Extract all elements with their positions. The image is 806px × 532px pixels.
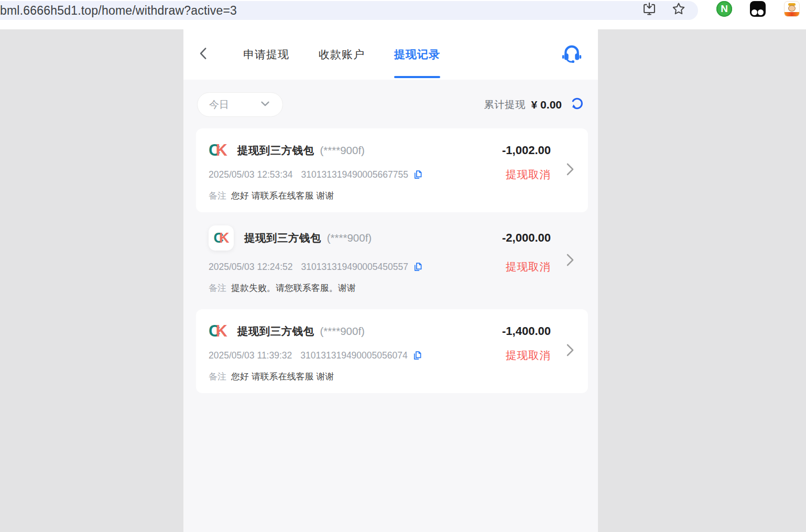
record-datetime: 2025/05/03 11:39:32 bbox=[209, 350, 292, 361]
note-label: 备注 bbox=[209, 282, 226, 294]
bookmark-button[interactable] bbox=[670, 1, 688, 19]
total-withdraw-amount: ¥ 0.00 bbox=[531, 99, 562, 111]
ck-wallet-logo: C K bbox=[209, 323, 227, 339]
date-filter-value: 今日 bbox=[209, 98, 229, 112]
withdraw-record-card[interactable]: C K 提现到三方钱包 (****900f) -2,000.00 2025/05… bbox=[196, 221, 588, 300]
total-withdraw-label: 累计提现 bbox=[484, 98, 526, 112]
tab-label: 提现记录 bbox=[394, 47, 440, 62]
total-withdraw-summary: 累计提现 ¥ 0.00 bbox=[484, 96, 584, 113]
record-order-number: 310131319490005667755 bbox=[301, 169, 408, 180]
tab-label: 申请提现 bbox=[243, 47, 289, 62]
record-amount: -2,000.00 bbox=[502, 231, 575, 245]
tab-withdraw-records[interactable]: 提现记录 bbox=[394, 29, 440, 80]
record-title: 提现到三方钱包 bbox=[237, 325, 314, 337]
filter-row: 今日 累计提现 ¥ 0.00 bbox=[183, 80, 598, 117]
record-account: (****900f) bbox=[320, 144, 364, 156]
star-icon bbox=[671, 2, 686, 18]
extension-monkey-icon[interactable] bbox=[784, 1, 800, 17]
record-account: (****900f) bbox=[320, 325, 364, 337]
domino-dot bbox=[758, 9, 764, 15]
logo-letter-k: K bbox=[215, 323, 226, 339]
record-amount: -1,002.00 bbox=[502, 144, 575, 157]
chevron-left-icon bbox=[197, 46, 211, 63]
record-title: 提现到三方钱包 bbox=[244, 232, 321, 244]
record-order-number: 310131319490005450557 bbox=[301, 262, 408, 273]
browser-chrome: bml.6666h5d1.top/home/withdraw?active=3 … bbox=[0, 0, 806, 21]
logo-letter-k: K bbox=[219, 231, 229, 245]
url-text[interactable]: bml.6666h5d1.top/home/withdraw?active=3 bbox=[0, 4, 237, 18]
tab-label: 收款账户 bbox=[319, 47, 365, 62]
domino-dot bbox=[751, 9, 757, 15]
note-text: 您好 请联系在线客服 谢谢 bbox=[231, 371, 334, 383]
extension-n-icon[interactable]: N bbox=[716, 1, 732, 17]
ck-wallet-logo: C K bbox=[214, 231, 229, 245]
tab-bar: 申请提现 收款账户 提现记录 bbox=[243, 29, 440, 80]
record-account: (****900f) bbox=[327, 232, 372, 244]
tab-apply-withdraw[interactable]: 申请提现 bbox=[243, 29, 289, 80]
withdraw-record-card[interactable]: C K 提现到三方钱包 (****900f) -1,400.00 2025/05… bbox=[196, 309, 588, 393]
chevron-right-icon bbox=[564, 252, 576, 270]
install-app-icon bbox=[642, 2, 657, 18]
note-label: 备注 bbox=[209, 371, 226, 383]
customer-service-button[interactable] bbox=[561, 43, 582, 66]
record-datetime: 2025/05/03 12:53:34 bbox=[209, 169, 293, 180]
page-background: 申请提现 收款账户 提现记录 bbox=[0, 29, 806, 532]
chrome-bottom-strip bbox=[0, 21, 806, 29]
withdraw-app: 申请提现 收款账户 提现记录 bbox=[183, 29, 598, 532]
chevron-right-icon bbox=[564, 161, 576, 180]
back-button[interactable] bbox=[197, 44, 215, 65]
ck-wallet-logo: C K bbox=[209, 142, 227, 158]
note-text: 您好 请联系在线客服 谢谢 bbox=[231, 190, 334, 202]
tab-payee-account[interactable]: 收款账户 bbox=[319, 29, 365, 80]
monkey-face bbox=[788, 5, 796, 12]
record-title: 提现到三方钱包 bbox=[237, 144, 314, 156]
withdraw-records-list: C K 提现到三方钱包 (****900f) -1,002.00 2025/05… bbox=[183, 117, 598, 402]
copy-button[interactable] bbox=[412, 350, 423, 361]
note-text: 提款失败。请您联系客服。谢谢 bbox=[231, 282, 356, 294]
record-amount: -1,400.00 bbox=[502, 324, 575, 338]
extension-n-letter: N bbox=[721, 3, 728, 15]
copy-button[interactable] bbox=[412, 262, 423, 273]
url-bar[interactable]: bml.6666h5d1.top/home/withdraw?active=3 bbox=[0, 1, 698, 20]
copy-button[interactable] bbox=[412, 169, 423, 180]
withdraw-record-card[interactable]: C K 提现到三方钱包 (****900f) -1,002.00 2025/05… bbox=[196, 128, 588, 212]
date-filter-dropdown[interactable]: 今日 bbox=[197, 92, 283, 117]
record-datetime: 2025/05/03 12:24:52 bbox=[209, 262, 293, 273]
chevron-down-icon bbox=[259, 98, 271, 112]
monkey-banner bbox=[785, 12, 799, 16]
note-label: 备注 bbox=[209, 190, 226, 202]
app-header: 申请提现 收款账户 提现记录 bbox=[183, 29, 598, 80]
install-app-button[interactable] bbox=[640, 1, 658, 19]
logo-letter-k: K bbox=[215, 142, 226, 158]
extension-domino-icon[interactable] bbox=[750, 1, 766, 17]
ck-wallet-logo-chip: C K bbox=[209, 225, 234, 251]
refresh-button[interactable] bbox=[569, 96, 584, 113]
headset-icon bbox=[561, 43, 582, 66]
record-order-number: 310131319490005056074 bbox=[300, 350, 407, 361]
chevron-right-icon bbox=[564, 342, 576, 361]
